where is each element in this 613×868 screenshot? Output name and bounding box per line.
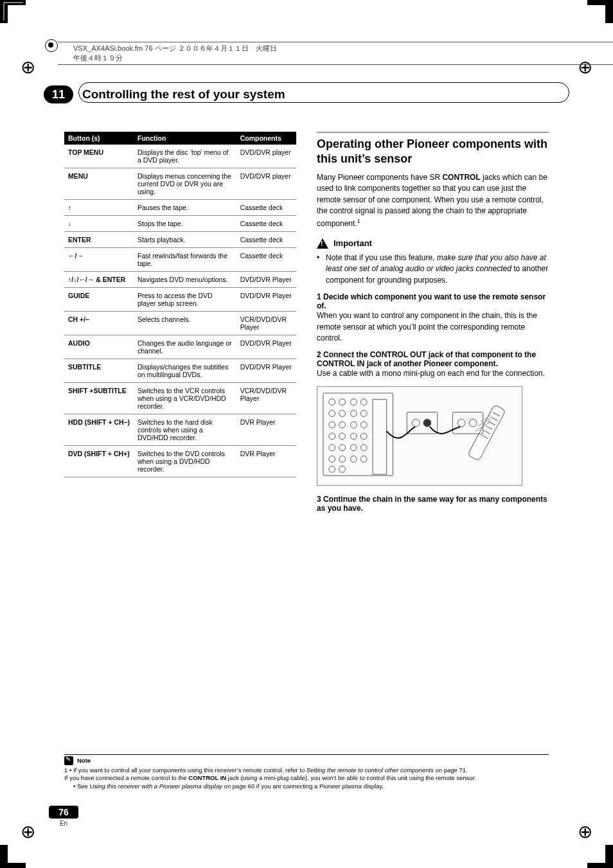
svg-point-30 [423,419,431,427]
svg-point-25 [329,466,335,472]
cell-function: Switches to the DVD controls when using … [134,446,236,477]
table-row: MENUDisplays menus concerning the curren… [64,168,296,200]
cell-button: SUBTITLE [64,359,134,383]
cell-components: VCR/DVD/DVR Player [236,383,296,414]
n1i: Setting the remote to control other comp… [306,766,434,774]
svg-rect-31 [452,412,483,434]
cell-button: MENU [64,168,134,200]
cell-button: CH +/– [64,312,134,335]
cell-function: Navigates DVD menu/options. [134,272,236,288]
cell-button: ↑ [64,200,134,216]
cell-button: AUDIO [64,335,134,359]
table-row: HDD (SHIFT + CH–)Switches to the hard di… [64,414,296,446]
cell-components: Cassette deck [236,232,296,248]
note-line1: 1 • If you want to control all your comp… [64,766,549,775]
cell-function: Switches to the VCR controls when using … [134,383,236,414]
right-column: Operating other Pioneer components with … [317,132,549,720]
cell-components: DVD/DVR Player [236,335,296,359]
svg-point-3 [350,398,357,405]
footnote-block: Note 1 • If you want to control all your… [64,754,549,791]
svg-point-16 [360,433,367,439]
n2a: If you have connected a remote control t… [64,774,188,781]
chapter-header: 11 Controlling the rest of your system [44,84,569,107]
th-components: Components [236,132,296,145]
cell-components: DVD/DVR Player [236,272,296,288]
th-button: Button (s) [64,132,134,145]
svg-point-21 [329,456,335,462]
table-row: DVD (SHIFT + CH+)Switches to the DVD con… [64,446,296,477]
table-row: CH +/–Selects channels.VCR/DVD/DVR Playe… [64,312,296,335]
svg-point-5 [329,410,335,416]
table-row: AUDIOChanges the audio language or chann… [64,335,296,359]
table-row: SUBTITLEDisplays/changes the subtitles o… [64,359,296,383]
cell-components: Cassette deck [236,200,296,216]
svg-rect-34 [468,404,506,461]
cell-components: DVD/DVR Player [236,288,296,312]
cell-function: Selects channels. [134,312,236,335]
corner-gauge-tr-icon [587,0,613,23]
page-number-block: 76 En [49,806,78,827]
svg-point-29 [412,419,420,427]
svg-point-15 [350,433,357,439]
connection-diagram [317,386,522,486]
svg-point-33 [469,419,477,427]
table-row: GUIDEPress to access the DVD player setu… [64,288,296,312]
n3i: Using this receiver with a Pioneer plasm… [90,783,222,790]
svg-point-8 [360,410,367,416]
step1-head: 1 Decide which component you want to use… [317,292,549,310]
svg-point-1 [329,398,335,405]
cell-button: DVD (SHIFT + CH+) [64,446,134,477]
cell-components: Cassette deck [236,248,296,272]
important-label: Important [333,238,372,248]
svg-point-4 [360,398,367,405]
svg-point-11 [350,421,357,428]
corner-gauge-br-icon [587,845,613,868]
warning-triangle-icon [317,238,328,249]
cell-button: ↓ [64,216,134,232]
chapter-title: Controlling the rest of your system [82,87,285,102]
cell-components: DVD/DVR player [236,168,296,200]
running-header: VSX_AX4ASi.book.fm 76 ページ ２００６年４月１１日 火曜日… [58,42,613,65]
svg-point-7 [350,410,357,416]
section-heading: Operating other Pioneer components with … [317,132,549,166]
step2-body: Use a cable with a mono mini-plug on eac… [317,368,549,379]
n1b: on page 71. [434,766,468,774]
cell-components: DVD/DVR Player [236,359,296,383]
page-lang: En [49,820,78,827]
svg-rect-27 [373,399,387,474]
svg-point-19 [350,445,357,451]
cell-components: DVD/DVR player [236,145,296,168]
important-callout: Important [317,238,549,249]
imp-a: Note that if you use this feature, [326,253,437,262]
note-pencil-icon [64,756,73,765]
cell-button: ENTER [64,232,134,248]
n1a: 1 • If you want to control all your comp… [64,766,306,774]
table-row: ↓Stops the tape.Cassette deck [64,216,296,232]
cell-components: DVR Player [236,414,296,446]
corner-gauge-bl-icon [0,845,26,868]
register-cross-tl-icon: ⊕ [21,57,35,78]
step2-head: 2 Connect the CONTROL OUT jack of that c… [317,350,549,368]
cell-function: Fast rewinds/fast forwards the tape. [134,248,236,272]
note-label: Note [77,757,91,764]
step1-body: When you want to control any component i… [317,310,549,344]
n3b: on page 60 if you are connecting a Pione… [222,783,384,790]
cell-function: Starts playback. [134,232,236,248]
svg-line-35 [493,412,499,416]
svg-point-12 [360,421,367,428]
svg-line-37 [488,421,495,425]
intro-paragraph: Many Pioneer components have SR CONTROL … [317,172,549,229]
table-row: SHIFT +SUBTITLESwitches to the VCR contr… [64,383,296,414]
n3a: • See [73,783,90,790]
cell-button: ←/→ [64,248,134,272]
svg-point-23 [350,456,357,462]
svg-point-2 [339,398,346,405]
svg-point-24 [360,456,367,462]
svg-line-39 [484,430,490,434]
table-row: ↑Pauses the tape.Cassette deck [64,200,296,216]
diagram-svg [317,387,522,485]
th-function: Function [134,132,236,145]
cell-function: Displays the disc ‘top’ menu of a DVD pl… [134,145,236,168]
chapter-number: 11 [44,85,73,103]
cell-components: VCR/DVD/DVR Player [236,312,296,335]
